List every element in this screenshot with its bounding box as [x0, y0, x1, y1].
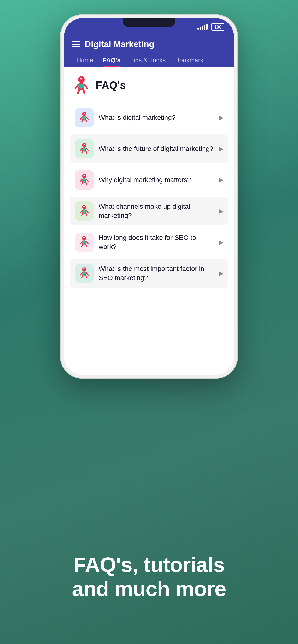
- app-title: Digital Marketing: [85, 39, 154, 49]
- nav-tabs: Home FAQ's Tips & Tricks Bookmark: [72, 53, 226, 67]
- faq-text-4: What channels make up digital marketing?: [99, 202, 214, 220]
- faq-item-2[interactable]: ? What is the future of digital marketin…: [70, 134, 228, 163]
- faq-item-3[interactable]: ? Why digital marketing matters? ▶: [70, 166, 228, 194]
- faq-header: ? FAQ's: [64, 67, 234, 101]
- faq-icon-3: ?: [75, 170, 94, 190]
- svg-point-7: [78, 84, 84, 89]
- svg-text:?: ?: [83, 236, 85, 240]
- svg-line-34: [80, 210, 82, 213]
- svg-line-6: [84, 85, 87, 89]
- faq-text-5: How long does it take for SEO to work?: [99, 233, 214, 251]
- svg-line-14: [86, 117, 88, 119]
- faq-icon-6: ?: [75, 264, 94, 283]
- signal-bars: [198, 24, 208, 30]
- app-header: Digital Marketing Home FAQ's Tips & Tric…: [64, 36, 234, 67]
- svg-line-35: [86, 210, 88, 213]
- faq-icon-5: ?: [75, 233, 94, 252]
- svg-line-25: [82, 181, 83, 184]
- tab-faqs[interactable]: FAQ's: [98, 53, 125, 67]
- faq-icon-1: ?: [75, 108, 94, 127]
- tab-bookmark[interactable]: Bookmark: [170, 53, 208, 67]
- svg-line-48: [80, 273, 82, 275]
- faq-item-5[interactable]: ? How long does it take for SEO to work?…: [70, 228, 228, 256]
- status-bar: 100: [64, 18, 234, 36]
- app-title-row: Digital Marketing: [72, 39, 226, 53]
- battery-level: 100: [214, 25, 221, 30]
- faq-section-title: FAQ's: [96, 79, 126, 91]
- faq-item-6[interactable]: ? What is the most important factor in S…: [70, 259, 228, 288]
- svg-text:?: ?: [83, 268, 85, 271]
- svg-text:?: ?: [83, 143, 85, 146]
- faq-icon-4: ?: [75, 202, 94, 221]
- screen-content: ? FAQ's: [64, 67, 234, 292]
- notch: [123, 18, 175, 27]
- svg-line-19: [85, 150, 87, 153]
- faq-chevron-5: ▶: [219, 239, 223, 246]
- faq-icon-2: ?: [75, 139, 94, 158]
- faq-chevron-1: ▶: [219, 114, 223, 121]
- faq-chevron-2: ▶: [219, 146, 223, 152]
- svg-line-27: [80, 179, 82, 182]
- phone-shell: 100 Digital Marketing Home FAQ's: [60, 14, 238, 378]
- svg-line-13: [80, 117, 82, 119]
- svg-line-28: [86, 179, 88, 182]
- faq-text-1: What is digital marketing?: [99, 113, 214, 122]
- svg-line-33: [85, 212, 87, 216]
- svg-line-11: [82, 118, 83, 122]
- svg-line-47: [85, 274, 87, 278]
- svg-line-12: [85, 118, 87, 122]
- svg-text:?: ?: [83, 112, 85, 116]
- svg-text:?: ?: [83, 174, 85, 178]
- svg-text:?: ?: [80, 77, 83, 82]
- faq-header-icon: ?: [72, 74, 91, 96]
- faq-list: ? What is digital marketing? ▶: [64, 101, 234, 292]
- bottom-tagline: FAQ's, tutorials and much more: [0, 552, 298, 601]
- svg-line-32: [82, 212, 83, 216]
- faq-item-1[interactable]: ? What is digital marketing? ▶: [70, 103, 228, 132]
- faq-chevron-3: ▶: [219, 176, 223, 183]
- tab-home[interactable]: Home: [72, 53, 98, 67]
- phone-screen: 100 Digital Marketing Home FAQ's: [64, 18, 234, 375]
- tagline-line1: FAQ's, tutorials: [19, 552, 279, 577]
- svg-line-40: [85, 243, 87, 246]
- faq-text-6: What is the most important factor in SEO…: [99, 264, 214, 282]
- faq-text-3: Why digital marketing matters?: [99, 176, 214, 184]
- battery-indicator: 100: [211, 23, 224, 31]
- faq-item-4[interactable]: ? What channels make up digital marketin…: [70, 197, 228, 226]
- svg-line-39: [82, 243, 83, 246]
- hamburger-button[interactable]: [72, 42, 80, 47]
- faq-chevron-6: ▶: [219, 270, 223, 277]
- svg-line-20: [80, 148, 82, 150]
- svg-line-18: [82, 150, 83, 153]
- svg-line-21: [86, 148, 88, 150]
- svg-line-5: [75, 85, 78, 89]
- svg-line-42: [86, 242, 88, 244]
- svg-line-41: [80, 242, 82, 244]
- svg-line-26: [85, 181, 87, 184]
- svg-text:?: ?: [83, 205, 85, 209]
- faq-chevron-4: ▶: [219, 208, 223, 214]
- svg-line-46: [82, 274, 83, 278]
- tab-tips-tricks[interactable]: Tips & Tricks: [125, 53, 170, 67]
- faq-text-2: What is the future of digital marketing?: [99, 144, 214, 153]
- tagline-line2: and much more: [19, 577, 279, 601]
- svg-line-49: [86, 273, 88, 275]
- status-right: 100: [198, 23, 224, 31]
